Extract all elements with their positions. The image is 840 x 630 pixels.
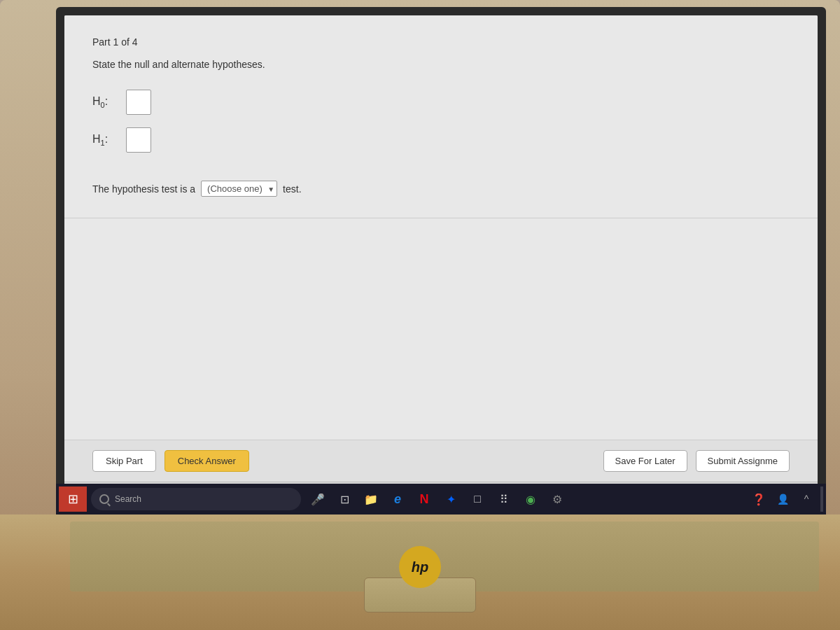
edge-icon: e <box>394 492 401 507</box>
h0-input[interactable] <box>126 90 151 115</box>
settings-button[interactable]: ⚙ <box>545 486 570 512</box>
chrome-button[interactable]: ◉ <box>518 486 543 512</box>
test-suffix-text: test. <box>283 183 301 195</box>
chrome-icon: ◉ <box>526 493 536 506</box>
instruction-text: State the null and alternate hypotheses. <box>92 59 790 70</box>
h0-row: H0: <box>92 90 790 115</box>
settings-icon: ⚙ <box>552 493 562 506</box>
screen-bezel: Part 1 of 4 State the null and alternate… <box>56 7 826 504</box>
submit-assignment-button[interactable]: Submit Assignme <box>696 450 790 472</box>
windows-store-icon: □ <box>474 493 481 505</box>
h0-label: H0: <box>92 95 120 109</box>
action-bar: Skip Part Check Answer Save For Later Su… <box>64 440 818 482</box>
grid-icon: ⠿ <box>500 493 508 506</box>
dropbox-icon: ✦ <box>447 493 456 506</box>
laptop-body: hp Part 1 of 4 State the null and altern… <box>0 0 840 630</box>
section-divider <box>64 218 818 218</box>
h1-input[interactable] <box>126 127 151 153</box>
left-action-group: Skip Part Check Answer <box>92 450 249 472</box>
test-prefix-text: The hypothesis test is a <box>92 183 195 195</box>
taskbar: ⊞ Search 🎤 ⊡ 📁 e N ✦ □ ⠿ <box>56 484 826 514</box>
taskbar-search[interactable]: Search <box>91 488 301 510</box>
save-for-later-button[interactable]: Save For Later <box>603 450 687 472</box>
microphone-icon: 🎤 <box>311 493 325 506</box>
windows-store-button[interactable]: □ <box>465 486 490 512</box>
file-explorer-button[interactable]: 📁 <box>358 486 384 512</box>
search-icon <box>99 494 109 504</box>
user-icon: 👤 <box>777 493 789 505</box>
skip-part-button[interactable]: Skip Part <box>92 450 156 472</box>
taskbar-notification-area: ❓ 👤 ^ <box>749 486 819 512</box>
screen-content: Part 1 of 4 State the null and alternate… <box>64 15 818 496</box>
windows-icon: ⊞ <box>68 491 78 507</box>
right-action-group: Save For Later Submit Assignme <box>603 450 790 472</box>
start-button[interactable]: ⊞ <box>59 486 87 512</box>
h1-row: H1: <box>92 127 790 153</box>
edge-browser-button[interactable]: e <box>385 486 410 512</box>
check-answer-button[interactable]: Check Answer <box>164 450 249 472</box>
test-type-row: The hypothesis test is a (Choose one) le… <box>92 181 790 197</box>
hp-logo: hp <box>399 546 441 588</box>
task-view-button[interactable]: ⊡ <box>332 486 357 512</box>
main-content: Part 1 of 4 State the null and alternate… <box>64 15 818 440</box>
h1-label: H1: <box>92 133 120 147</box>
microphone-button[interactable]: 🎤 <box>305 486 330 512</box>
keyboard-area: hp <box>0 514 840 630</box>
task-view-icon: ⊡ <box>340 493 349 506</box>
chevron-up-button[interactable]: ^ <box>797 486 816 512</box>
choose-one-wrapper: (Choose one) left-tailed right-tailed tw… <box>201 181 277 197</box>
choose-one-select[interactable]: (Choose one) left-tailed right-tailed tw… <box>201 181 277 197</box>
dropbox-button[interactable]: ✦ <box>438 486 463 512</box>
help-button[interactable]: ❓ <box>749 486 769 512</box>
help-icon: ❓ <box>752 493 766 506</box>
netflix-button[interactable]: N <box>412 486 437 512</box>
part-label: Part 1 of 4 <box>92 36 790 48</box>
search-placeholder-text: Search <box>115 494 141 504</box>
show-desktop-button[interactable] <box>820 486 823 512</box>
file-explorer-icon: 📁 <box>364 493 378 506</box>
grid-button[interactable]: ⠿ <box>491 486 517 512</box>
chevron-up-icon: ^ <box>804 493 809 505</box>
user-account-button[interactable]: 👤 <box>773 486 792 512</box>
netflix-icon: N <box>420 492 429 507</box>
